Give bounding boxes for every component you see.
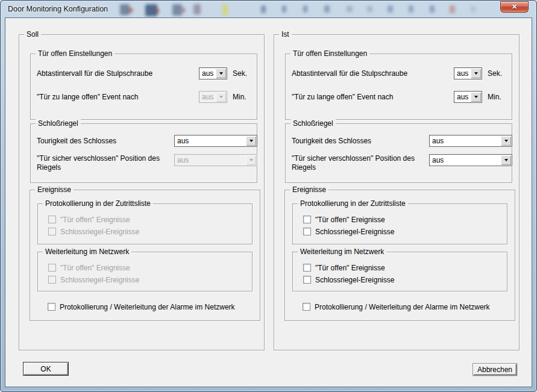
chevron-down-icon [504, 140, 508, 142]
group-access-list-logging: Protokollierung in der Zutrittsliste "Tü… [37, 204, 253, 244]
bolt-events-label: Schlossriegel-Ereignisse [60, 228, 139, 236]
position-select[interactable]: aus [429, 154, 512, 166]
bolt-events-checkbox[interactable] [303, 228, 311, 235]
close-icon: ✕ [512, 4, 517, 10]
group-lock-bolt-title: Schloßriegel [290, 119, 336, 128]
position-label: "Tür sicher verschlossen" Position des R… [292, 154, 429, 172]
event-select: aus [199, 91, 227, 103]
event-value: aus [454, 92, 470, 102]
turns-dropdown-button[interactable] [501, 136, 511, 146]
titlebar-artifact-icon [222, 4, 228, 16]
titlebar[interactable]: Door Monitoring Konfiguration ✕ [1, 1, 536, 17]
titlebar-artifact-icon [128, 8, 133, 13]
group-network-forwarding-title: Weiterleitung im Netzwerk [298, 247, 386, 256]
titlebar-artifact-icon [193, 4, 201, 14]
position-label: "Tür sicher verschlossen" Position des R… [37, 154, 174, 172]
group-lock-bolt: Schloßriegel Tourigkeit des Schlosses au… [30, 123, 257, 183]
interval-unit: Sek. [488, 69, 506, 78]
event-dropdown-button [216, 92, 226, 102]
door-open-events-label: "Tür offen" Ereignisse [315, 216, 385, 224]
group-soll-title: Soll [24, 30, 41, 39]
titlebar-artifact-icon [450, 5, 455, 13]
titlebar-artifact-icon [409, 5, 413, 13]
bolt-events-label: Schlossriegel-Ereignisse [315, 228, 394, 236]
group-ist-title: Ist [279, 30, 292, 39]
group-network-forwarding: Weiterleitung im Netzwerk "Tür offen" Er… [37, 252, 253, 291]
door-open-events-checkbox[interactable] [303, 216, 311, 223]
position-row: "Tür sicher verschlossen" Position des R… [37, 154, 251, 172]
position-select: aus [174, 154, 257, 166]
position-value: aus [430, 155, 500, 165]
dialog-client-area: Soll Tür offen Einstellungen Abtastinter… [5, 17, 532, 387]
bolt-events-row: Schlossriegel-Ereignisse [303, 275, 507, 285]
group-access-list-logging-title: Protokollierung in der Zutrittsliste [298, 199, 408, 208]
titlebar-artifact-icon [347, 6, 353, 12]
alarm-forwarding-checkbox[interactable] [48, 303, 55, 311]
position-value: aus [175, 155, 245, 165]
event-unit: Min. [233, 93, 251, 101]
door-open-events-label: "Tür offen" Ereignisse [315, 264, 385, 272]
bolt-events-label: Schlossriegel-Ereignisse [315, 276, 394, 284]
ok-button[interactable]: OK [23, 362, 69, 376]
chevron-down-icon [474, 96, 478, 98]
close-button[interactable]: ✕ [500, 1, 529, 13]
cancel-button[interactable]: Abbrechen [473, 363, 517, 376]
event-unit: Min. [488, 93, 506, 101]
group-lock-bolt: Schloßriegel Tourigkeit des Schlosses au… [285, 123, 512, 183]
event-value: aus [199, 92, 215, 102]
turns-value: aus [430, 136, 500, 146]
chevron-down-icon [250, 159, 253, 161]
interval-row: Abtastintervall für die Stulpschraube au… [292, 67, 506, 80]
titlebar-artifact-icon [282, 5, 286, 13]
bolt-events-label: Schlossriegel-Ereignisse [60, 276, 139, 284]
bolt-events-row: Schlossriegel-Ereignisse [48, 275, 252, 285]
chevron-down-icon [219, 96, 223, 98]
alarm-forwarding-row: Protokollierung / Weiterleitung der Alar… [303, 302, 515, 312]
titlebar-artifact-icon [303, 5, 307, 13]
bolt-events-checkbox [48, 228, 56, 235]
group-access-list-logging: Protokollierung in der Zutrittsliste "Tü… [292, 204, 507, 244]
group-events-title: Ereignisse [35, 185, 74, 194]
group-network-forwarding-title: Weiterleitung im Netzwerk [43, 247, 131, 256]
interval-dropdown-button[interactable] [471, 69, 481, 78]
interval-select[interactable]: aus [454, 67, 482, 79]
bolt-events-row: Schlossriegel-Ereignisse [48, 226, 252, 237]
turns-dropdown-button[interactable] [246, 136, 256, 146]
turns-select[interactable]: aus [174, 135, 257, 147]
door-open-events-checkbox [48, 264, 56, 272]
alarm-forwarding-label: Protokollierung / Weiterleitung der Alar… [315, 303, 490, 311]
event-row: "Tür zu lange offen" Event nach aus Min. [292, 90, 506, 104]
titlebar-artifact-icon [471, 6, 476, 13]
chevron-down-icon [504, 159, 508, 161]
position-dropdown-button[interactable] [501, 155, 511, 165]
turns-row: Tourigkeit des Schlosses aus [292, 134, 506, 148]
door-open-events-row: "Tür offen" Ereignisse [48, 263, 252, 273]
group-door-open-title: Tür offen Einstellungen [290, 49, 369, 58]
group-ist: Ist Tür offen Einstellungen Abtastinterv… [274, 34, 520, 350]
door-open-events-row: "Tür offen" Ereignisse [48, 214, 252, 225]
titlebar-artifact-icon [367, 6, 372, 12]
alarm-forwarding-checkbox[interactable] [303, 303, 310, 311]
event-row: "Tür zu lange offen" Event nach aus Min. [37, 90, 251, 104]
bolt-events-checkbox[interactable] [303, 276, 311, 284]
door-open-events-row: "Tür offen" Ereignisse [303, 263, 507, 273]
alarm-forwarding-row: Protokollierung / Weiterleitung der Alar… [48, 302, 260, 312]
ok-button-label: OK [40, 365, 51, 373]
group-door-open-title: Tür offen Einstellungen [36, 49, 115, 58]
position-row: "Tür sicher verschlossen" Position des R… [292, 154, 506, 172]
interval-select[interactable]: aus [199, 67, 227, 79]
bolt-events-row: Schlossriegel-Ereignisse [303, 226, 507, 237]
door-open-events-label: "Tür offen" Ereignisse [60, 264, 130, 272]
door-open-events-checkbox[interactable] [303, 264, 311, 272]
turns-select[interactable]: aus [429, 135, 512, 147]
group-events: Ereignisse Protokollierung in der Zutrit… [30, 190, 260, 321]
interval-row: Abtastintervall für die Stulpschraube au… [37, 67, 251, 80]
interval-label: Abtastintervall für die Stulpschraube [292, 69, 454, 78]
interval-dropdown-button[interactable] [216, 69, 226, 78]
event-dropdown-button[interactable] [471, 92, 481, 102]
door-open-events-row: "Tür offen" Ereignisse [303, 214, 507, 225]
event-select[interactable]: aus [454, 91, 482, 103]
turns-row: Tourigkeit des Schlosses aus [37, 134, 251, 148]
chevron-down-icon [219, 72, 223, 75]
group-lock-bolt-title: Schloßriegel [36, 119, 81, 128]
